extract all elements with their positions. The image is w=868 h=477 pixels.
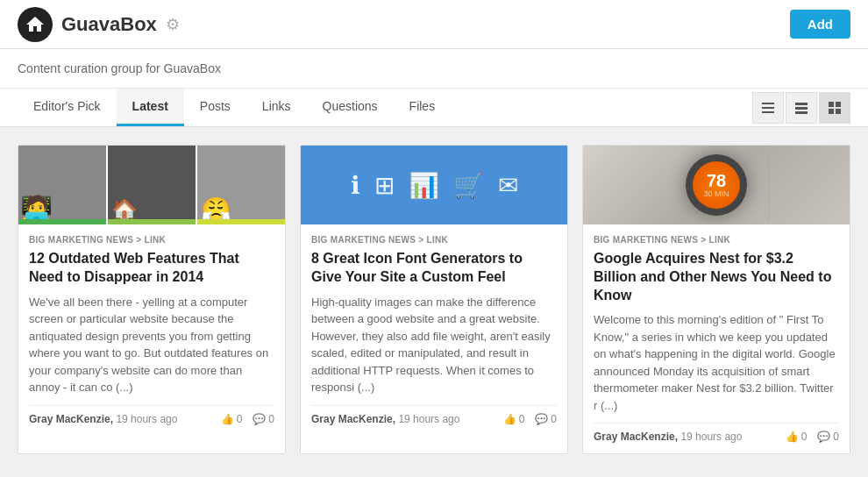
tabs-left: Editor's Pick Latest Posts Links Questio… (18, 89, 752, 126)
card-2-author-name: Gray MacKenzie, (311, 413, 395, 425)
thumbs-up-icon-2: 👍 (503, 413, 516, 425)
tabs-bar: Editor's Pick Latest Posts Links Questio… (0, 89, 868, 127)
card-2-meta: 👍 0 💬 0 (503, 413, 557, 425)
card-3-time: 19 hours ago (680, 431, 742, 443)
svg-rect-8 (829, 109, 834, 114)
add-button[interactable]: Add (790, 10, 850, 39)
card-3-likes: 👍 0 (786, 431, 808, 443)
svg-rect-4 (795, 107, 808, 110)
info-circle-icon: ℹ (351, 171, 360, 200)
header: GuavaBox ⚙ Add (0, 0, 868, 49)
tab-posts[interactable]: Posts (184, 89, 246, 126)
card-1-bars (18, 219, 285, 224)
chart-icon: 📊 (409, 171, 439, 200)
view-list-button[interactable] (786, 92, 817, 124)
card-2-blue-bg: ℹ ⊞ 📊 🛒 ✉ (301, 146, 567, 224)
card-3-body: BIG MARKETING NEWS > LINK Google Acquire… (583, 224, 850, 453)
card-3-title[interactable]: Google Acquires Nest for $3.2 Billion an… (594, 250, 839, 304)
svg-rect-1 (762, 107, 774, 109)
card-2-likes: 👍 0 (503, 413, 525, 425)
list-compact-icon (761, 101, 775, 115)
card-1-title[interactable]: 12 Outdated Web Features That Need to Di… (29, 250, 274, 287)
svg-rect-7 (836, 102, 841, 107)
card-3-image: 78 30 MIN (583, 146, 850, 224)
svg-rect-2 (762, 111, 774, 113)
card-2-category: BIG MARKETING NEWS > LINK (311, 235, 557, 245)
card-1-excerpt: We've all been there - yelling at a comp… (29, 294, 274, 396)
card-1-image (18, 146, 285, 224)
hand-hint (768, 150, 770, 221)
card-1-time: 19 hours ago (116, 413, 177, 425)
grid-icon (828, 101, 842, 115)
card-2-image: ℹ ⊞ 📊 🛒 ✉ (301, 146, 567, 224)
card-2-author-block: Gray MacKenzie, 19 hours ago (311, 413, 459, 425)
card-2: ℹ ⊞ 📊 🛒 ✉ BIG MARKETING NEWS > LINK 8 Gr… (300, 145, 568, 454)
thermostat-label: 30 MIN (703, 189, 729, 198)
tab-latest[interactable]: Latest (117, 89, 184, 126)
view-icons (752, 92, 850, 124)
card-1-author: Gray MacKenzie, 19 hours ago (29, 413, 177, 425)
view-list-compact-button[interactable] (752, 92, 784, 124)
card-1-comments: 💬 0 (253, 413, 274, 425)
subtitle-text: Content curation group for GuavaBox (18, 61, 221, 75)
thumbs-up-icon-3: 👍 (786, 431, 799, 443)
bar-green1 (18, 219, 106, 224)
card-2-comments-count: 0 (551, 413, 557, 425)
card-3-category: BIG MARKETING NEWS > LINK (594, 235, 839, 245)
comment-icon: 💬 (253, 413, 266, 425)
tab-questions[interactable]: Questions (307, 89, 394, 126)
card-1-comments-count: 0 (268, 413, 274, 425)
card-1-author-name: Gray MacKenzie, (29, 413, 113, 425)
card-1-meta: 👍 0 💬 0 (221, 413, 274, 425)
gear-icon[interactable]: ⚙ (166, 15, 180, 34)
mail-icon: ✉ (498, 171, 518, 200)
card-1-collage (18, 146, 285, 224)
hierarchy-icon: ⊞ (374, 171, 395, 200)
bar-green2 (108, 219, 196, 224)
card-3-comments: 💬 0 (817, 431, 839, 443)
card-1-likes-count: 0 (237, 413, 243, 425)
subtitle: Content curation group for GuavaBox (0, 49, 868, 89)
logo-icon (18, 7, 53, 42)
card-2-footer: Gray MacKenzie, 19 hours ago 👍 0 💬 0 (311, 405, 557, 425)
tab-editors-pick[interactable]: Editor's Pick (18, 89, 117, 126)
svg-rect-5 (795, 111, 808, 114)
card-1-img1 (18, 146, 106, 224)
card-3-footer: Gray MacKenzie, 19 hours ago 👍 0 💬 0 (594, 423, 839, 443)
thermostat-temp: 78 (707, 172, 726, 189)
card-1-footer: Gray MacKenzie, 19 hours ago 👍 0 💬 0 (29, 405, 274, 425)
svg-rect-6 (829, 102, 834, 107)
card-2-time: 19 hours ago (398, 413, 459, 425)
card-2-body: BIG MARKETING NEWS > LINK 8 Great Icon F… (301, 224, 567, 436)
cards-grid: BIG MARKETING NEWS > LINK 12 Outdated We… (18, 145, 850, 454)
card-1-category: BIG MARKETING NEWS > LINK (29, 235, 274, 245)
card-3-thermostat-bg: 78 30 MIN (583, 146, 850, 224)
card-3-comments-count: 0 (833, 431, 839, 443)
card-1-img3 (197, 146, 285, 224)
card-3: 78 30 MIN BIG MARKETING NEWS > LINK Goog… (582, 145, 850, 454)
brand-name: GuavaBox (61, 13, 157, 36)
home-icon (25, 14, 46, 35)
card-3-meta: 👍 0 💬 0 (786, 431, 839, 443)
list-icon (794, 101, 808, 115)
cart-icon: 🛒 (453, 171, 484, 200)
content: BIG MARKETING NEWS > LINK 12 Outdated We… (0, 127, 868, 472)
card-2-likes-count: 0 (519, 413, 525, 425)
svg-rect-0 (762, 103, 774, 104)
thumbs-up-icon: 👍 (221, 413, 234, 425)
card-3-likes-count: 0 (801, 431, 808, 443)
tab-files[interactable]: Files (394, 89, 452, 126)
card-3-excerpt: Welcome to this morning's edition of " F… (594, 311, 839, 414)
card-2-title[interactable]: 8 Great Icon Font Generators to Give You… (311, 250, 557, 287)
card-1: BIG MARKETING NEWS > LINK 12 Outdated We… (18, 145, 286, 454)
bar-green3 (197, 219, 285, 224)
thermostat-ring: 78 30 MIN (686, 154, 747, 216)
card-1-img2 (108, 146, 196, 224)
svg-rect-9 (836, 109, 841, 114)
view-grid-button[interactable] (819, 92, 850, 124)
card-2-comments: 💬 0 (535, 413, 557, 425)
header-left: GuavaBox ⚙ (18, 7, 180, 42)
card-1-likes: 👍 0 (221, 413, 243, 425)
svg-rect-3 (795, 103, 808, 105)
tab-links[interactable]: Links (246, 89, 307, 126)
